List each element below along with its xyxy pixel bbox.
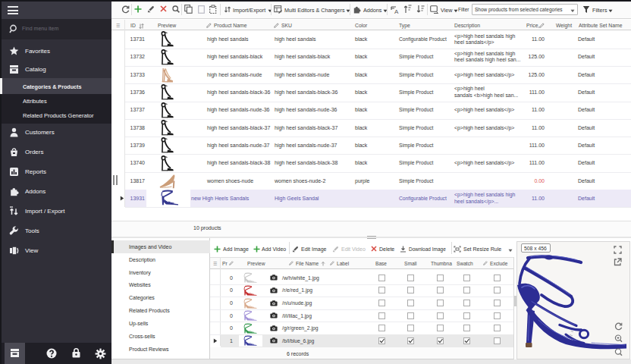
svg-text:A: A (394, 8, 399, 15)
